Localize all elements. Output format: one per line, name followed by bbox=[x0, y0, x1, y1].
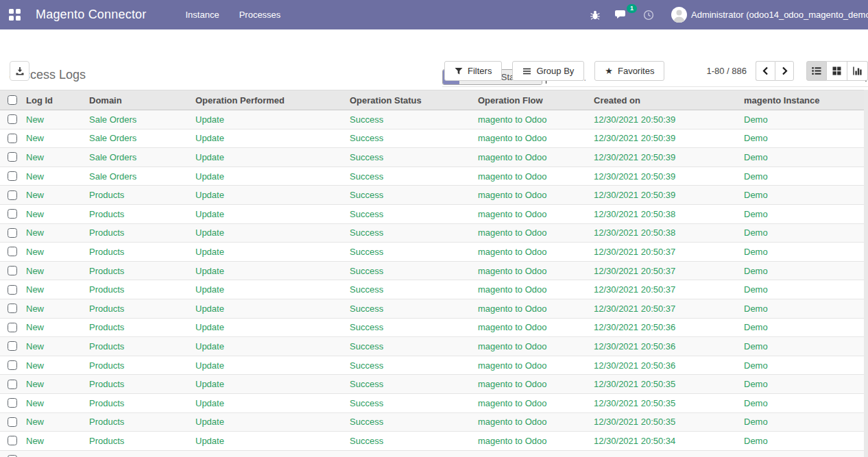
cell-operation-flow[interactable]: magento to Odoo bbox=[474, 261, 590, 280]
cell-operation-performed[interactable]: Update bbox=[191, 166, 346, 186]
row-checkbox[interactable] bbox=[8, 266, 17, 275]
table-row[interactable]: New Products Update Success magento to O… bbox=[0, 318, 868, 337]
cell-log-id[interactable]: New bbox=[22, 432, 85, 451]
cell-magento-instance[interactable]: Demo bbox=[740, 412, 868, 432]
row-checkbox[interactable] bbox=[8, 341, 17, 351]
table-row[interactable]: New Sale Orders Update Success magento t… bbox=[0, 166, 868, 186]
cell-operation-flow[interactable]: magento to Odoo bbox=[474, 148, 590, 167]
cell-operation-status[interactable]: Success bbox=[346, 318, 474, 337]
activities-clock-icon[interactable] bbox=[643, 10, 654, 21]
cell-magento-instance[interactable]: Demo bbox=[740, 243, 868, 262]
cell-magento-instance[interactable]: Demo bbox=[740, 223, 868, 243]
cell-created-on[interactable]: 12/30/2021 20:50:37 bbox=[590, 299, 740, 318]
row-checkbox[interactable] bbox=[8, 285, 17, 295]
cell-magento-instance[interactable]: Demo bbox=[740, 129, 868, 148]
cell-operation-performed[interactable]: Update bbox=[191, 204, 346, 223]
cell-magento-instance[interactable]: Demo bbox=[740, 356, 868, 375]
cell-log-id[interactable]: New bbox=[22, 318, 85, 337]
header-operation-status[interactable]: Operation Status bbox=[346, 90, 474, 110]
cell-domain[interactable]: Sale Orders bbox=[85, 129, 191, 148]
cell-magento-instance[interactable]: Demo bbox=[740, 375, 868, 394]
table-row[interactable]: New Products Update Success magento to O… bbox=[0, 412, 868, 432]
table-row[interactable] bbox=[0, 450, 868, 457]
cell-magento-instance[interactable]: Demo bbox=[740, 186, 868, 205]
cell-created-on[interactable]: 12/30/2021 20:50:36 bbox=[590, 337, 740, 356]
cell-created-on[interactable]: 12/30/2021 20:50:36 bbox=[590, 356, 740, 375]
cell-magento-instance[interactable]: Demo bbox=[740, 204, 868, 223]
row-checkbox[interactable] bbox=[8, 228, 17, 238]
cell-operation-status[interactable]: Success bbox=[346, 186, 474, 205]
graph-view-button[interactable] bbox=[847, 61, 868, 81]
export-button[interactable] bbox=[10, 61, 29, 81]
debug-bug-icon[interactable] bbox=[590, 10, 601, 21]
header-operation-flow[interactable]: Operation Flow bbox=[474, 90, 590, 110]
select-all-checkbox[interactable] bbox=[8, 95, 17, 105]
row-checkbox[interactable] bbox=[8, 304, 17, 313]
cell-operation-performed[interactable]: Update bbox=[191, 318, 346, 337]
cell-created-on[interactable]: 12/30/2021 20:50:37 bbox=[590, 261, 740, 280]
table-row[interactable]: New Products Update Success magento to O… bbox=[0, 375, 868, 394]
cell-operation-performed[interactable]: Update bbox=[191, 337, 346, 356]
user-menu[interactable]: Administrator (odoo14_odoo_magento_demo bbox=[671, 7, 868, 23]
cell-magento-instance[interactable]: Demo bbox=[740, 299, 868, 318]
cell-operation-flow[interactable]: magento to Odoo bbox=[474, 393, 590, 412]
row-checkbox[interactable] bbox=[8, 114, 17, 124]
cell-domain[interactable]: Products bbox=[85, 412, 191, 432]
cell-operation-performed[interactable]: Update bbox=[191, 280, 346, 299]
cell-log-id[interactable]: New bbox=[22, 393, 85, 412]
cell-domain[interactable]: Sale Orders bbox=[85, 148, 191, 167]
row-checkbox[interactable] bbox=[8, 247, 17, 256]
cell-operation-status[interactable]: Success bbox=[346, 204, 474, 223]
cell-magento-instance[interactable]: Demo bbox=[740, 280, 868, 299]
cell-operation-status[interactable]: Success bbox=[346, 299, 474, 318]
cell-magento-instance[interactable]: Demo bbox=[740, 393, 868, 412]
cell-created-on[interactable]: 12/30/2021 20:50:35 bbox=[590, 412, 740, 432]
cell-domain[interactable]: Products bbox=[85, 318, 191, 337]
row-checkbox[interactable] bbox=[8, 417, 17, 427]
cell-operation-status[interactable]: Success bbox=[346, 432, 474, 451]
cell-created-on[interactable]: 12/30/2021 20:50:37 bbox=[590, 243, 740, 262]
cell-operation-flow[interactable]: magento to Odoo bbox=[474, 223, 590, 243]
table-row[interactable]: New Sale Orders Update Success magento t… bbox=[0, 129, 868, 148]
cell-log-id[interactable]: New bbox=[22, 129, 85, 148]
cell-domain[interactable]: Products bbox=[85, 393, 191, 412]
row-checkbox[interactable] bbox=[8, 152, 17, 162]
menu-processes[interactable]: Processes bbox=[239, 7, 281, 23]
header-operation-performed[interactable]: Operation Performed bbox=[191, 90, 346, 110]
cell-operation-performed[interactable]: Update bbox=[191, 375, 346, 394]
cell-magento-instance[interactable]: Demo bbox=[740, 166, 868, 186]
row-checkbox[interactable] bbox=[8, 398, 17, 408]
cell-log-id[interactable]: New bbox=[22, 243, 85, 262]
cell-created-on[interactable]: 12/30/2021 20:50:39 bbox=[590, 148, 740, 167]
cell-operation-status[interactable]: Success bbox=[346, 223, 474, 243]
header-created-on[interactable]: Created on bbox=[590, 90, 740, 110]
cell-created-on[interactable]: 12/30/2021 20:50:38 bbox=[590, 204, 740, 223]
table-row[interactable]: New Products Update Success magento to O… bbox=[0, 337, 868, 356]
cell-operation-flow[interactable]: magento to Odoo bbox=[474, 318, 590, 337]
cell-created-on[interactable]: 12/30/2021 20:50:37 bbox=[590, 280, 740, 299]
cell-domain[interactable]: Products bbox=[85, 299, 191, 318]
cell-operation-performed[interactable]: Update bbox=[191, 129, 346, 148]
cell-created-on[interactable]: 12/30/2021 20:50:35 bbox=[590, 393, 740, 412]
cell-operation-status[interactable]: Success bbox=[346, 110, 474, 129]
cell-operation-flow[interactable]: magento to Odoo bbox=[474, 280, 590, 299]
table-row[interactable]: New Products Update Success magento to O… bbox=[0, 186, 868, 205]
cell-log-id[interactable]: New bbox=[22, 280, 85, 299]
cell-magento-instance[interactable]: Demo bbox=[740, 432, 868, 451]
cell-log-id[interactable]: New bbox=[22, 299, 85, 318]
cell-operation-flow[interactable]: magento to Odoo bbox=[474, 299, 590, 318]
cell-created-on[interactable]: 12/30/2021 20:50:39 bbox=[590, 110, 740, 129]
table-row[interactable]: New Sale Orders Update Success magento t… bbox=[0, 110, 868, 129]
cell-domain[interactable]: Sale Orders bbox=[85, 166, 191, 186]
cell-created-on[interactable]: 12/30/2021 20:50:36 bbox=[590, 318, 740, 337]
cell-operation-flow[interactable]: magento to Odoo bbox=[474, 356, 590, 375]
cell-log-id[interactable]: New bbox=[22, 186, 85, 205]
apps-grid-icon[interactable] bbox=[9, 9, 21, 21]
table-row[interactable]: New Products Update Success magento to O… bbox=[0, 280, 868, 299]
cell-operation-flow[interactable]: magento to Odoo bbox=[474, 375, 590, 394]
row-checkbox[interactable] bbox=[8, 380, 17, 389]
cell-operation-flow[interactable]: magento to Odoo bbox=[474, 186, 590, 205]
cell-operation-flow[interactable] bbox=[474, 450, 590, 457]
cell-magento-instance[interactable]: Demo bbox=[740, 148, 868, 167]
cell-operation-status[interactable]: Success bbox=[346, 166, 474, 186]
